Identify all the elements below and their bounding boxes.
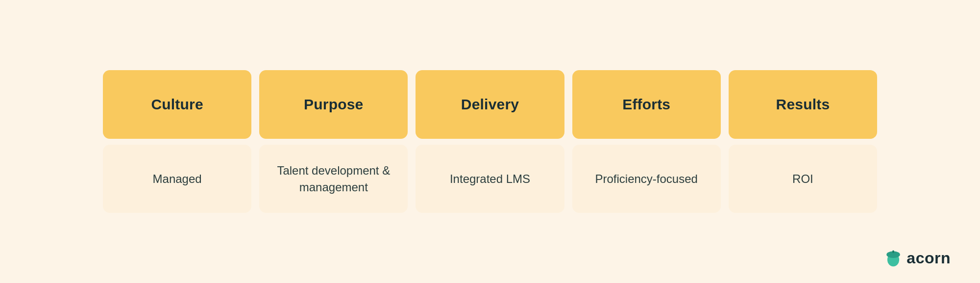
header-label-efforts: Efforts: [622, 96, 670, 113]
header-cell-delivery: Delivery: [416, 70, 564, 139]
acorn-label-text: acorn: [906, 249, 951, 267]
body-cell-purpose: Talent development & management: [259, 145, 408, 213]
svg-rect-3: [893, 250, 894, 253]
body-value-culture: Managed: [153, 171, 202, 187]
body-row: Managed Talent development & management …: [103, 145, 877, 213]
header-cell-culture: Culture: [103, 70, 251, 139]
body-cell-efforts: Proficiency-focused: [572, 145, 721, 213]
body-cell-delivery: Integrated LMS: [416, 145, 564, 213]
header-label-purpose: Purpose: [304, 96, 363, 113]
header-cell-efforts: Efforts: [572, 70, 721, 139]
header-label-results: Results: [776, 96, 830, 113]
body-value-results: ROI: [792, 171, 813, 187]
body-cell-culture: Managed: [103, 145, 251, 213]
header-cell-purpose: Purpose: [259, 70, 408, 139]
main-table: Culture Purpose Delivery Efforts Results…: [103, 70, 877, 213]
header-label-culture: Culture: [151, 96, 203, 113]
header-cell-results: Results: [729, 70, 877, 139]
body-value-purpose: Talent development & management: [271, 162, 396, 195]
body-cell-results: ROI: [729, 145, 877, 213]
header-row: Culture Purpose Delivery Efforts Results: [103, 70, 877, 139]
acorn-logo: acorn: [884, 249, 951, 267]
body-value-delivery: Integrated LMS: [450, 171, 530, 187]
header-label-delivery: Delivery: [461, 96, 519, 113]
body-value-efforts: Proficiency-focused: [595, 171, 697, 187]
acorn-icon: [884, 249, 903, 267]
